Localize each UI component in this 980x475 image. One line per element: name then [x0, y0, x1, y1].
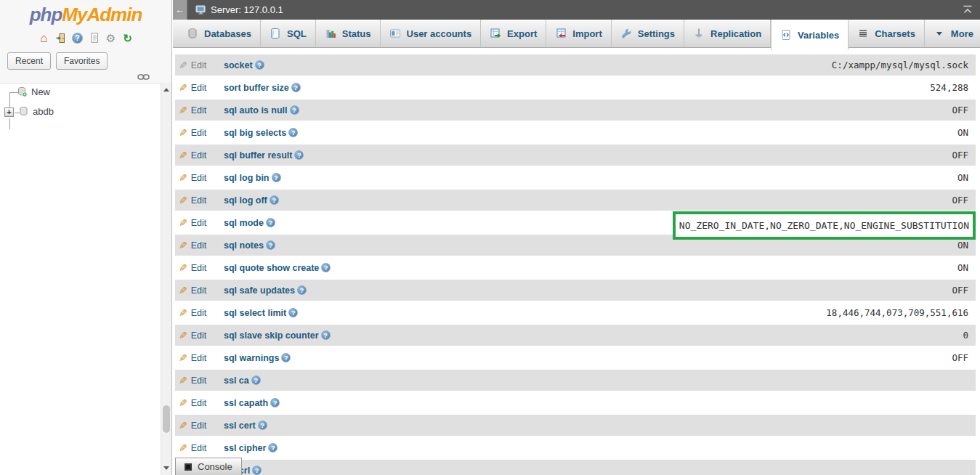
help-icon[interactable]: ? — [297, 285, 307, 295]
edit-link[interactable]: ✎Edit — [179, 353, 221, 363]
scrollbar-down-arrow[interactable] — [161, 463, 171, 474]
edit-label: Edit — [191, 128, 207, 138]
variable-name-link[interactable]: sql log bin — [224, 173, 270, 183]
phpmyadmin-app: phpMyAdmin ⌂ ? ⚙ ↻ Recent Favorites — [0, 0, 980, 475]
edit-link[interactable]: ✎Edit — [179, 421, 221, 431]
variable-name-link[interactable]: ssl capath — [224, 398, 268, 408]
edit-link[interactable]: ✎Edit — [179, 398, 221, 408]
tree-item-abdb[interactable]: abdb — [18, 106, 54, 117]
edit-link[interactable]: ✎Edit — [179, 83, 221, 93]
edit-link[interactable]: ✎Edit — [179, 173, 221, 183]
edit-link[interactable]: ✎Edit — [179, 285, 221, 296]
sidebar-scrollbar[interactable] — [161, 83, 171, 475]
tab-export[interactable]: Export — [481, 20, 546, 47]
variable-name-link[interactable]: ssl ca — [224, 375, 249, 386]
tree-expander-abdb[interactable]: + — [4, 107, 14, 117]
back-button[interactable]: ← — [173, 0, 187, 20]
help-icon[interactable]: ? — [294, 150, 304, 160]
gear-icon[interactable]: ⚙ — [105, 32, 117, 44]
tab-databases[interactable]: Databases — [178, 20, 261, 47]
variable-name-link[interactable]: sql safe updates — [224, 285, 295, 296]
sidebar-toolbar: ⌂ ? ⚙ ↻ — [0, 31, 171, 44]
edit-link[interactable]: ✎Edit — [179, 330, 221, 341]
variable-name-link[interactable]: ssl cipher — [224, 443, 266, 453]
more-dropdown-icon — [934, 28, 945, 39]
edit-link[interactable]: ✎Edit — [179, 150, 221, 161]
tab-charsets[interactable]: Charsets — [849, 20, 925, 47]
phpmyadmin-logo[interactable]: phpMyAdmin — [0, 0, 171, 26]
help-icon[interactable]: ? — [321, 263, 331, 272]
help-icon[interactable]: ? — [252, 466, 262, 475]
help-icon[interactable]: ? — [288, 308, 298, 317]
edit-label: Edit — [191, 83, 207, 93]
variable-name-cell: sql quote show create? — [224, 263, 331, 273]
scroll-top-icon[interactable] — [962, 5, 973, 15]
tab-settings[interactable]: Settings — [612, 20, 684, 47]
help-icon[interactable]: ? — [290, 105, 299, 115]
edit-link[interactable]: ✎Edit — [179, 105, 221, 115]
help-icon[interactable]: ? — [272, 173, 281, 182]
tab-label: Import — [572, 28, 602, 39]
tab-status[interactable]: Status — [316, 20, 381, 47]
variables-icon — [780, 29, 792, 41]
help-icon[interactable]: ? — [71, 32, 84, 44]
help-icon[interactable]: ? — [288, 128, 298, 137]
docs-icon[interactable] — [88, 32, 100, 44]
variable-name-link[interactable]: sql slave skip counter — [224, 330, 319, 341]
tab-import[interactable]: Import — [546, 20, 611, 47]
help-icon[interactable]: ? — [270, 195, 279, 205]
variable-name-link[interactable]: sql big selects — [224, 128, 286, 138]
variable-name-link[interactable]: sort buffer size — [224, 83, 289, 93]
status-icon — [325, 28, 336, 39]
tab-user-accounts[interactable]: User accounts — [381, 20, 482, 47]
edit-link[interactable]: ✎Edit — [179, 443, 221, 453]
scrollbar-thumb[interactable] — [163, 405, 170, 433]
help-icon[interactable]: ? — [266, 218, 275, 227]
edit-link[interactable]: ✎Edit — [179, 263, 221, 273]
help-icon[interactable]: ? — [281, 353, 291, 362]
help-icon[interactable]: ? — [291, 83, 301, 92]
edit-link[interactable]: ✎Edit — [179, 128, 221, 138]
help-icon[interactable]: ? — [255, 60, 264, 70]
tab-variables[interactable]: Variables — [771, 20, 849, 50]
edit-link[interactable]: ✎Edit — [179, 308, 221, 318]
tree-item-new-database[interactable]: New — [17, 86, 50, 97]
tab-more[interactable]: More — [925, 20, 980, 47]
variable-name-link[interactable]: ssl cert — [224, 421, 256, 431]
edit-label: Edit — [191, 263, 207, 273]
help-icon[interactable]: ? — [266, 240, 275, 250]
help-icon[interactable]: ? — [270, 398, 280, 407]
help-icon[interactable]: ? — [321, 330, 331, 340]
variable-name-link[interactable]: socket — [224, 60, 253, 70]
exit-door-icon[interactable] — [54, 32, 67, 44]
variable-name-link[interactable]: sql auto is null — [224, 105, 288, 115]
tab-replication[interactable]: Replication — [684, 20, 771, 47]
variable-name-cell: sql slave skip counter? — [224, 330, 331, 341]
favorites-button[interactable]: Favorites — [56, 52, 108, 70]
console-icon — [185, 463, 192, 471]
variable-name-link[interactable]: sql mode — [224, 218, 264, 228]
help-icon[interactable]: ? — [258, 421, 267, 430]
variable-name-link[interactable]: sql buffer result — [224, 150, 292, 161]
recent-button[interactable]: Recent — [7, 52, 51, 70]
scrollbar-up-arrow[interactable] — [161, 84, 171, 95]
variable-name-link[interactable]: sql quote show create — [224, 263, 319, 273]
refresh-icon[interactable]: ↻ — [121, 32, 134, 44]
home-icon[interactable]: ⌂ — [38, 32, 50, 44]
edit-pencil-icon: ✎ — [179, 60, 187, 70]
server-breadcrumb[interactable]: Server: 127.0.0.1 — [195, 4, 283, 15]
edit-link[interactable]: ✎Edit — [179, 375, 221, 386]
variable-name-link[interactable]: sql notes — [224, 240, 264, 251]
variable-name-link[interactable]: sql log off — [224, 195, 267, 206]
edit-link[interactable]: ✎Edit — [179, 60, 221, 70]
edit-link[interactable]: ✎Edit — [179, 218, 221, 228]
variable-name-link[interactable]: sql select limit — [224, 308, 286, 318]
help-icon[interactable]: ? — [268, 443, 278, 452]
tab-sql[interactable]: SQL — [261, 20, 316, 47]
variable-name-link[interactable]: sql warnings — [224, 353, 279, 363]
edit-link[interactable]: ✎Edit — [179, 240, 221, 251]
variable-name-cell: sql safe updates? — [224, 285, 307, 296]
console-button[interactable]: Console — [175, 458, 242, 475]
help-icon[interactable]: ? — [251, 375, 261, 385]
edit-link[interactable]: ✎Edit — [179, 195, 221, 206]
